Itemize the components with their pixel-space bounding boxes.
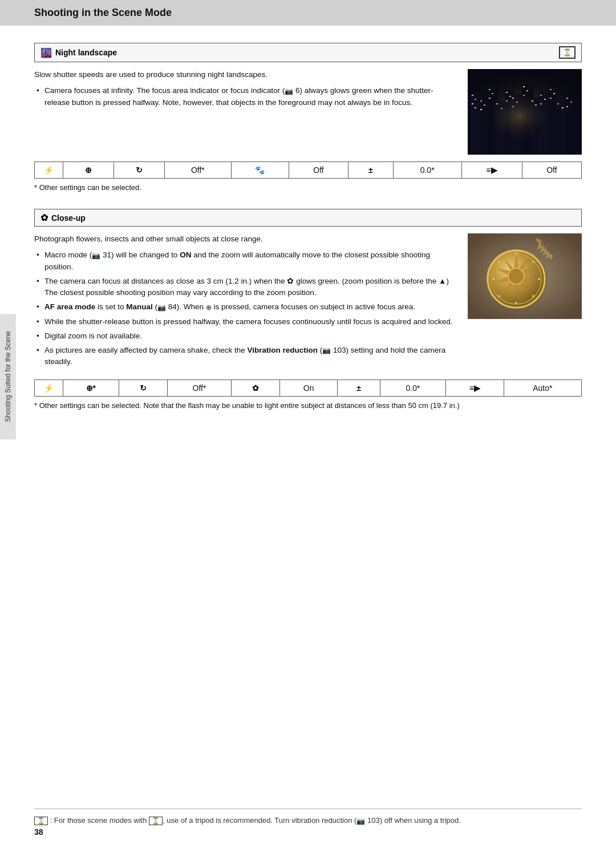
closeup-bullet-1: Macro mode (📷 31) will be changed to ON … (34, 249, 456, 273)
night-landscape-title-group: 🌆 Night landscape (40, 47, 117, 58)
city-svg (468, 69, 582, 155)
svg-point-63 (498, 295, 500, 297)
svg-point-61 (532, 295, 534, 297)
tripod-footnote-icon: ⌛ (34, 817, 48, 825)
cu-timer-icon: ↻ (119, 379, 167, 396)
nl-cont-val: Off (522, 162, 581, 179)
ref-icon-3: 📷 (157, 302, 166, 313)
cu-flash-icon: ⚡ (35, 379, 63, 396)
ref-icon-2: 📷 (92, 251, 100, 261)
city-lights-bg (468, 69, 582, 155)
cu-cont-icon: ≡▶ (445, 379, 504, 396)
af-area-mode-label: AF area mode (44, 302, 95, 311)
nl-focus-icon: ⊕ (63, 162, 114, 179)
manual-label: Manual (126, 302, 153, 311)
cu-macro-val: On (280, 379, 338, 396)
nl-macro-icon: 🐾 (232, 162, 289, 179)
vibration-reduction-label: Vibration reduction (247, 346, 318, 354)
ref-icon-4: 📷 (322, 345, 331, 356)
closeup-title-group: ✿ Close-up (40, 212, 86, 223)
cu-timer-val: Off* (167, 379, 231, 396)
svg-point-60 (538, 278, 540, 280)
nl-exp-icon: ± (348, 162, 394, 179)
night-landscape-bullet-1: Camera focuses at infinity. The focus ar… (34, 85, 456, 108)
closeup-header: ✿ Close-up (34, 209, 582, 227)
night-landscape-bullets: Camera focuses at infinity. The focus ar… (34, 85, 456, 108)
night-landscape-icon: 🌆 (40, 47, 52, 58)
nl-exp-val: 0.0* (393, 162, 461, 179)
bottom-footnote-text: ⌛ : For those scene modes with ⌛, use of… (34, 816, 582, 825)
page: Shooting Suited for the Scene Shooting i… (0, 0, 616, 848)
nl-timer-icon: ↻ (114, 162, 164, 179)
on-text: ON (180, 251, 191, 259)
closeup-bullet-6: As pictures are easily affected by camer… (34, 345, 456, 368)
side-tab-label: Shooting Suited for the Scene (4, 331, 12, 422)
night-landscape-image (468, 69, 582, 155)
closeup-image (468, 233, 582, 319)
closeup-bullet-3: AF area mode is set to Manual (📷 84). Wh… (34, 301, 456, 313)
svg-point-64 (492, 278, 495, 280)
ref-icon-5: 📷 (356, 817, 365, 825)
closeup-body: Photograph flowers, insects and other sm… (34, 233, 456, 245)
medallion-bg (468, 233, 582, 319)
cu-exp-val: 0.0* (380, 379, 446, 396)
night-landscape-section: 🌆 Night landscape ⌛ Slow shutter speeds … (34, 43, 582, 192)
closeup-text: Photograph flowers, insects and other sm… (34, 233, 456, 373)
night-landscape-settings: ⚡ ⊕ ↻ Off* 🐾 Off ± 0.0* ≡▶ Off (34, 161, 582, 179)
closeup-bullet-2: The camera can focus at distances as clo… (34, 276, 456, 299)
cu-cont-val: Auto* (504, 379, 581, 396)
closeup-settings: ⚡ ⊕* ↻ Off* ✿ On ± 0.0* ≡▶ Auto* (34, 379, 582, 397)
page-header: Shooting in the Scene Mode (0, 0, 616, 26)
nl-cont-icon: ≡▶ (461, 162, 522, 179)
nl-timer-val: Off* (164, 162, 231, 179)
closeup-bullets: Macro mode (📷 31) will be changed to ON … (34, 249, 456, 368)
svg-point-62 (515, 302, 517, 304)
bottom-footnote: ⌛ : For those scene modes with ⌛, use of… (34, 809, 582, 825)
ref-icon-1: 📷 (285, 86, 293, 96)
svg-point-59 (532, 261, 534, 263)
night-landscape-footnote: * Other settings can be selected. (34, 183, 582, 192)
nl-macro-val: Off (289, 162, 348, 179)
svg-rect-49 (468, 69, 582, 155)
night-landscape-header: 🌆 Night landscape ⌛ (34, 43, 582, 62)
page-number: 38 (34, 827, 43, 837)
cu-macro-icon: ✿ (232, 379, 280, 396)
closeup-section: ✿ Close-up Photograph flowers, insects a… (34, 209, 582, 410)
cu-focus-icon: ⊕* (63, 379, 119, 396)
medallion-svg (468, 233, 582, 319)
bottom-footnote-content: : For those scene modes with ⌛, use of a… (50, 816, 461, 825)
closeup-content: Photograph flowers, insects and other sm… (34, 233, 582, 373)
nl-flash-icon: ⚡ (35, 162, 63, 179)
closeup-icon: ✿ (40, 212, 48, 223)
tripod-inline-icon: ⌛ (149, 817, 163, 825)
page-title: Shooting in the Scene Mode (34, 7, 582, 19)
svg-point-58 (515, 252, 517, 255)
side-tab: Shooting Suited for the Scene (0, 314, 16, 439)
cu-exp-icon: ± (337, 379, 380, 396)
closeup-title: Close-up (51, 213, 86, 223)
svg-point-65 (498, 261, 500, 263)
closeup-bullet-4: While the shutter-release button is pres… (34, 316, 456, 328)
closeup-bullet-5: Digital zoom is not available. (34, 330, 456, 342)
ok-icon: ⊕ (206, 302, 212, 313)
svg-point-57 (508, 268, 524, 284)
night-landscape-text: Slow shutter speeds are used to produce … (34, 69, 456, 155)
night-landscape-content: Slow shutter speeds are used to produce … (34, 69, 582, 155)
closeup-footnote: * Other settings can be selected. Note t… (34, 401, 582, 410)
night-landscape-title: Night landscape (55, 48, 117, 57)
tripod-required-icon: ⌛ (559, 46, 576, 59)
night-landscape-body: Slow shutter speeds are used to produce … (34, 69, 456, 80)
